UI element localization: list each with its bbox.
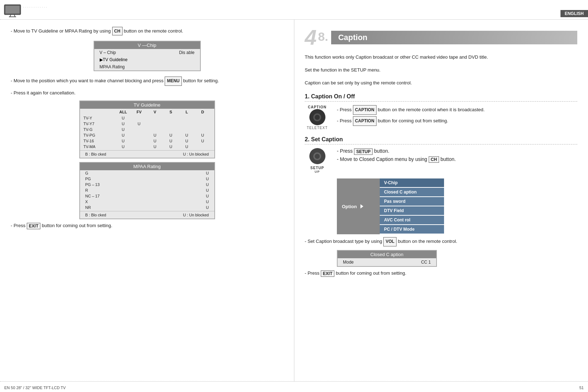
caption-broadcast-line: - Set Caption broadcast type by using VO… [305,237,577,246]
caption-line1-pre: - Press [337,107,352,112]
col-all: ALL [115,110,131,114]
bottom-right-text: 51 [579,386,584,390]
table-row: NRU [80,205,214,210]
setup-icon-area: SETUP UP [305,148,330,173]
caption-line1: - Press CAPTION button on the remote con… [337,105,485,115]
guideline-box: TV Guideline ALL FV V S L D TV-YU TV-Y7U… [79,101,215,158]
mpaa-unblocked-note: U : Un blocked [183,213,209,217]
setup-line2-post: button. [440,156,456,162]
ch-btn2: CH [429,156,439,163]
col-l: L [179,110,195,114]
caption-btn1: CAPTION [353,105,377,115]
caption-button-circle [309,109,325,125]
caption-line2: - Press CAPTION button for coming out fr… [337,116,485,126]
exit-button-label: EXIT [27,223,41,229]
table-row: TV-16UUUUU [80,138,214,144]
option-menu-label: Option [337,178,380,234]
col-d: D [195,110,211,114]
vchip-mpaa: MPAA Rating [100,64,125,69]
caption-on-off-instructions: - Press CAPTION button on the remote con… [337,105,485,126]
setup-btn1: SETUP [354,148,373,155]
setup-up-label: UP [315,170,320,173]
step2-text: - Move to the position which you want to… [11,77,283,86]
table-row: NC – 17U [80,193,214,199]
step2-pre: - Move to the position which you want to… [11,78,164,84]
intro-text-ch-pre: - Move to TV Guideline or MPAA Rating by… [11,28,111,34]
table-row: TV-MAUUUU [80,144,214,150]
setup-line1-pre: - Press [337,148,353,154]
table-row: TV-YU [80,115,214,121]
col-v: V [147,110,163,114]
vchip-row-vchip: V – Chip Dis able [94,49,200,56]
setup-line1: - Press SETUP button. [337,148,456,155]
bottom-left-text: EN 50 28" / 32" WIDE TFT-LCD TV [4,386,66,390]
caption-broadcast-pre: - Set Caption broadcast type by using [305,239,382,244]
english-badge: ENGLISH [560,10,588,17]
caption-top-label: CAPTION [308,105,327,109]
option-item-dtv-field: DTV Field [380,206,444,215]
closed-caption-box: Closed C aption Mode CC 1 [337,250,437,267]
option-arrow-icon [360,204,364,209]
vchip-row-tvguideline: ▶TV Guideline [94,56,200,63]
caption-on-off-area: CAPTION TELETEXT - Press CAPTION button … [305,105,577,130]
mpaa-blocked-note: B : Blo cked [85,213,106,217]
table-row: TV-GU [80,127,214,132]
option-item-pc-dtv: PC / DTV Mode [380,225,444,234]
guideline-header: TV Guideline [80,101,214,109]
svg-rect-1 [5,6,20,14]
setup-line1-post: button. [374,148,389,154]
caption-desc-1: This function works only Caption broadca… [305,53,577,61]
cc-mode-value: CC 1 [421,260,431,265]
option-label-text: Option [342,204,357,209]
bottom-bar: EN 50 28" / 32" WIDE TFT-LCD TV 51 [0,381,588,392]
svg-point-6 [315,115,320,120]
intro-text-1: - Move to TV Guideline or MPAA Rating by… [11,27,283,35]
right-panel: 4 8. Caption This function works only Ca… [294,20,588,381]
caption-title-bar: 4 8. Caption [305,27,577,48]
svg-point-8 [315,154,320,159]
option-menu-wrapper: Option V-Chip Closed C aption Pas sword … [337,178,577,234]
right-exit-btn: EXIT [321,270,335,277]
left-exit-line: - Press EXIT button for coming out from … [11,223,283,229]
table-row: RU [80,187,214,193]
svg-marker-9 [360,204,363,209]
table-row: GU [80,170,214,176]
section-sub: 8. [318,30,328,44]
table-row: PG – 13U [80,182,214,187]
table-row: XU [80,199,214,205]
section1-heading: 1. Caption On / Off [305,93,577,102]
mpaa-box: MPAA Rating GU PGU PG – 13U RU NC – 17U … [79,162,215,219]
exit-pre: - Press [11,223,25,229]
tv-icon [4,3,21,17]
table-row: TV-PGUUUUU [80,132,214,138]
section-number: 4 [305,25,317,49]
setup-line2-pre: - Move to Closed Caption menu by using [337,156,427,162]
section2-heading: 2. Set Caption [305,136,577,144]
setup-label: SETUP [310,166,324,170]
vchip-header: V —Chip [94,41,200,49]
right-exit-pre: - Press [305,270,319,276]
caption-desc-3: Caption can be set only by using the rem… [305,79,577,87]
col-s: S [163,110,179,114]
col-fv: FV [131,110,147,114]
option-item-vchip: V-Chip [380,178,444,187]
option-item-avc-control: AVC Cont rol [380,216,444,224]
caption-line2-pre: - Press [337,118,352,123]
top-bar: ............ ENGLISH [0,0,588,20]
mpaa-header: MPAA Rating [80,163,214,170]
vchip-box: V —Chip V – Chip Dis able ▶TV Guideline … [94,41,201,71]
ch-button-label: CH [112,27,123,35]
option-menu-list: V-Chip Closed C aption Pas sword DTV Fie… [380,178,444,234]
guideline-note: B : Blo cked U : Un blocked [80,150,214,158]
cc-mode-label: Mode [343,260,354,265]
table-row: PGU [80,176,214,182]
vchip-tv-guideline: ▶TV Guideline [100,57,128,62]
set-caption-instructions: - Press SETUP button. - Move to Closed C… [337,148,456,163]
step3-text: - Press it again for cancellation. [11,89,283,97]
vchip-value: Dis able [179,50,194,55]
setup-line2: - Move to Closed Caption menu by using C… [337,156,456,163]
menu-button-label: MENU [165,77,181,86]
caption-teletext-label: TELETEXT [307,126,328,130]
mpaa-note: B : Blo cked U : Un blocked [80,211,214,219]
caption-line2-post: button for coming out from setting. [378,118,448,123]
